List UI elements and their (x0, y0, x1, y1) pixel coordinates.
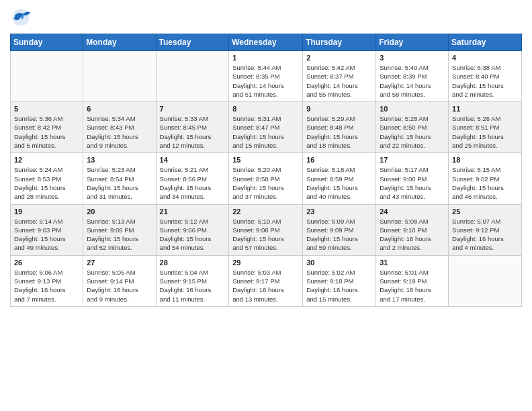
calendar-cell: 4Sunrise: 5:38 AM Sunset: 8:40 PM Daylig… (449, 51, 522, 102)
calendar-cell (156, 51, 229, 102)
day-info: Sunrise: 5:06 AM Sunset: 9:13 PM Dayligh… (14, 268, 79, 304)
calendar-cell: 6Sunrise: 5:34 AM Sunset: 8:43 PM Daylig… (83, 102, 156, 153)
day-number: 1 (232, 54, 299, 62)
day-info: Sunrise: 5:10 AM Sunset: 9:08 PM Dayligh… (232, 217, 299, 253)
day-info: Sunrise: 5:08 AM Sunset: 9:10 PM Dayligh… (380, 217, 445, 253)
day-number: 13 (87, 156, 152, 164)
day-number: 28 (160, 259, 226, 267)
calendar-cell: 17Sunrise: 5:17 AM Sunset: 9:00 PM Dayli… (376, 153, 449, 204)
day-info: Sunrise: 5:13 AM Sunset: 9:05 PM Dayligh… (87, 217, 152, 253)
day-info: Sunrise: 5:42 AM Sunset: 8:37 PM Dayligh… (306, 63, 372, 99)
day-info: Sunrise: 5:31 AM Sunset: 8:47 PM Dayligh… (232, 114, 299, 150)
calendar-cell: 7Sunrise: 5:33 AM Sunset: 8:45 PM Daylig… (156, 102, 229, 153)
day-info: Sunrise: 5:29 AM Sunset: 8:48 PM Dayligh… (306, 114, 372, 150)
calendar-cell: 18Sunrise: 5:15 AM Sunset: 9:02 PM Dayli… (449, 153, 522, 204)
day-info: Sunrise: 5:01 AM Sunset: 9:19 PM Dayligh… (380, 268, 445, 304)
calendar-cell: 31Sunrise: 5:01 AM Sunset: 9:19 PM Dayli… (376, 255, 449, 306)
day-number: 5 (14, 105, 79, 113)
day-info: Sunrise: 5:17 AM Sunset: 9:00 PM Dayligh… (380, 165, 445, 201)
day-info: Sunrise: 5:18 AM Sunset: 8:59 PM Dayligh… (306, 165, 372, 201)
calendar-cell: 19Sunrise: 5:14 AM Sunset: 9:03 PM Dayli… (11, 204, 83, 255)
day-number: 24 (380, 208, 445, 216)
calendar-cell: 29Sunrise: 5:03 AM Sunset: 9:17 PM Dayli… (229, 255, 303, 306)
week-row-1: 1Sunrise: 5:44 AM Sunset: 8:35 PM Daylig… (11, 51, 522, 102)
day-number: 23 (306, 208, 372, 216)
day-number: 2 (306, 54, 372, 62)
logo-bird-icon (10, 7, 32, 28)
day-number: 19 (14, 208, 79, 216)
weekday-header-row: SundayMondayTuesdayWednesdayThursdayFrid… (11, 34, 522, 51)
calendar-cell: 10Sunrise: 5:28 AM Sunset: 8:50 PM Dayli… (376, 102, 449, 153)
calendar-cell (11, 51, 83, 102)
calendar-cell: 2Sunrise: 5:42 AM Sunset: 8:37 PM Daylig… (303, 51, 376, 102)
calendar-cell: 11Sunrise: 5:26 AM Sunset: 8:51 PM Dayli… (449, 102, 522, 153)
weekday-header-tuesday: Tuesday (156, 34, 229, 51)
day-number: 14 (160, 156, 226, 164)
day-number: 20 (87, 208, 152, 216)
day-number: 30 (306, 259, 372, 267)
day-number: 17 (380, 156, 445, 164)
weekday-header-thursday: Thursday (303, 34, 376, 51)
calendar-cell: 25Sunrise: 5:07 AM Sunset: 9:12 PM Dayli… (449, 204, 522, 255)
day-info: Sunrise: 5:34 AM Sunset: 8:43 PM Dayligh… (87, 114, 152, 150)
day-info: Sunrise: 5:12 AM Sunset: 9:06 PM Dayligh… (160, 217, 226, 253)
calendar-cell: 14Sunrise: 5:21 AM Sunset: 8:56 PM Dayli… (156, 153, 229, 204)
day-number: 10 (380, 105, 445, 113)
day-info: Sunrise: 5:14 AM Sunset: 9:03 PM Dayligh… (14, 217, 79, 253)
day-info: Sunrise: 5:09 AM Sunset: 9:09 PM Dayligh… (306, 217, 372, 253)
calendar-cell: 1Sunrise: 5:44 AM Sunset: 8:35 PM Daylig… (229, 51, 303, 102)
day-number: 4 (452, 54, 518, 62)
weekday-header-monday: Monday (83, 34, 156, 51)
calendar-cell: 15Sunrise: 5:20 AM Sunset: 8:58 PM Dayli… (229, 153, 303, 204)
calendar-cell: 20Sunrise: 5:13 AM Sunset: 9:05 PM Dayli… (83, 204, 156, 255)
day-number: 8 (232, 105, 299, 113)
calendar-cell (449, 255, 522, 306)
calendar-cell: 24Sunrise: 5:08 AM Sunset: 9:10 PM Dayli… (376, 204, 449, 255)
calendar-cell: 5Sunrise: 5:36 AM Sunset: 8:42 PM Daylig… (11, 102, 83, 153)
day-info: Sunrise: 5:02 AM Sunset: 9:18 PM Dayligh… (306, 268, 372, 304)
day-info: Sunrise: 5:21 AM Sunset: 8:56 PM Dayligh… (160, 165, 226, 201)
calendar-cell: 12Sunrise: 5:24 AM Sunset: 8:53 PM Dayli… (11, 153, 83, 204)
day-number: 11 (452, 105, 518, 113)
page: SundayMondayTuesdayWednesdayThursdayFrid… (0, 0, 532, 314)
day-number: 15 (232, 156, 299, 164)
day-info: Sunrise: 5:15 AM Sunset: 9:02 PM Dayligh… (452, 165, 518, 201)
week-row-4: 19Sunrise: 5:14 AM Sunset: 9:03 PM Dayli… (11, 204, 522, 255)
day-info: Sunrise: 5:03 AM Sunset: 9:17 PM Dayligh… (232, 268, 299, 304)
day-info: Sunrise: 5:26 AM Sunset: 8:51 PM Dayligh… (452, 114, 518, 150)
day-info: Sunrise: 5:40 AM Sunset: 8:39 PM Dayligh… (380, 63, 445, 99)
day-number: 29 (232, 259, 299, 267)
calendar-cell (83, 51, 156, 102)
calendar-cell: 22Sunrise: 5:10 AM Sunset: 9:08 PM Dayli… (229, 204, 303, 255)
day-info: Sunrise: 5:20 AM Sunset: 8:58 PM Dayligh… (232, 165, 299, 201)
calendar-cell: 27Sunrise: 5:05 AM Sunset: 9:14 PM Dayli… (83, 255, 156, 306)
calendar-table: SundayMondayTuesdayWednesdayThursdayFrid… (10, 34, 522, 307)
week-row-5: 26Sunrise: 5:06 AM Sunset: 9:13 PM Dayli… (11, 255, 522, 306)
day-number: 22 (232, 208, 299, 216)
calendar-cell: 8Sunrise: 5:31 AM Sunset: 8:47 PM Daylig… (229, 102, 303, 153)
calendar-cell: 28Sunrise: 5:04 AM Sunset: 9:15 PM Dayli… (156, 255, 229, 306)
day-number: 3 (380, 54, 445, 62)
calendar-cell: 9Sunrise: 5:29 AM Sunset: 8:48 PM Daylig… (303, 102, 376, 153)
weekday-header-saturday: Saturday (449, 34, 522, 51)
day-info: Sunrise: 5:05 AM Sunset: 9:14 PM Dayligh… (87, 268, 152, 304)
calendar-cell: 3Sunrise: 5:40 AM Sunset: 8:39 PM Daylig… (376, 51, 449, 102)
day-number: 6 (87, 105, 152, 113)
week-row-2: 5Sunrise: 5:36 AM Sunset: 8:42 PM Daylig… (11, 102, 522, 153)
weekday-header-sunday: Sunday (11, 34, 83, 51)
day-info: Sunrise: 5:23 AM Sunset: 8:54 PM Dayligh… (87, 165, 152, 201)
day-number: 16 (306, 156, 372, 164)
calendar-cell: 13Sunrise: 5:23 AM Sunset: 8:54 PM Dayli… (83, 153, 156, 204)
day-info: Sunrise: 5:44 AM Sunset: 8:35 PM Dayligh… (232, 63, 299, 99)
calendar-cell: 23Sunrise: 5:09 AM Sunset: 9:09 PM Dayli… (303, 204, 376, 255)
day-info: Sunrise: 5:24 AM Sunset: 8:53 PM Dayligh… (14, 165, 79, 201)
week-row-3: 12Sunrise: 5:24 AM Sunset: 8:53 PM Dayli… (11, 153, 522, 204)
day-number: 27 (87, 259, 152, 267)
day-number: 31 (380, 259, 445, 267)
day-number: 18 (452, 156, 518, 164)
day-number: 7 (160, 105, 226, 113)
weekday-header-wednesday: Wednesday (229, 34, 303, 51)
day-info: Sunrise: 5:38 AM Sunset: 8:40 PM Dayligh… (452, 63, 518, 99)
day-number: 9 (306, 105, 372, 113)
day-info: Sunrise: 5:33 AM Sunset: 8:45 PM Dayligh… (160, 114, 226, 150)
